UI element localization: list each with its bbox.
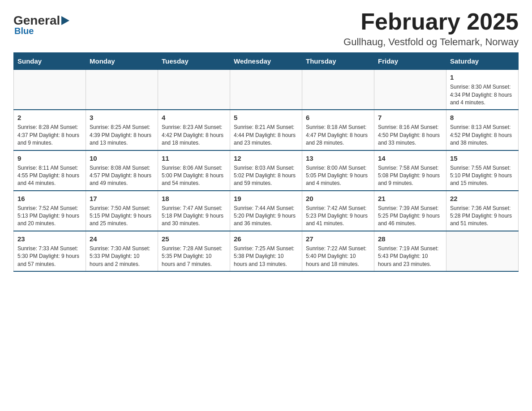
calendar-day-cell: 2Sunrise: 8:28 AM Sunset: 4:37 PM Daylig… bbox=[14, 110, 86, 150]
day-of-week-header: Thursday bbox=[302, 53, 374, 70]
day-number: 12 bbox=[234, 154, 298, 163]
day-number: 8 bbox=[450, 113, 515, 122]
day-info: Sunrise: 8:18 AM Sunset: 4:47 PM Dayligh… bbox=[306, 124, 370, 147]
day-of-week-header: Friday bbox=[374, 53, 446, 70]
calendar-day-cell: 27Sunrise: 7:22 AM Sunset: 5:40 PM Dayli… bbox=[302, 231, 374, 271]
day-number: 9 bbox=[17, 154, 82, 163]
day-info: Sunrise: 7:47 AM Sunset: 5:18 PM Dayligh… bbox=[162, 205, 226, 228]
calendar-day-cell: 12Sunrise: 8:03 AM Sunset: 5:02 PM Dayli… bbox=[230, 150, 302, 191]
day-number: 10 bbox=[90, 154, 154, 163]
logo: General Blue bbox=[13, 13, 71, 36]
day-info: Sunrise: 7:30 AM Sunset: 5:33 PM Dayligh… bbox=[90, 245, 154, 268]
day-info: Sunrise: 7:36 AM Sunset: 5:28 PM Dayligh… bbox=[450, 205, 515, 228]
day-of-week-header: Monday bbox=[86, 53, 158, 70]
day-number: 17 bbox=[90, 194, 154, 203]
day-number: 13 bbox=[306, 154, 370, 163]
calendar-day-cell: 24Sunrise: 7:30 AM Sunset: 5:33 PM Dayli… bbox=[86, 231, 158, 271]
day-number: 11 bbox=[162, 154, 226, 163]
calendar-day-cell: 9Sunrise: 8:11 AM Sunset: 4:55 PM Daylig… bbox=[14, 150, 86, 191]
day-number: 15 bbox=[450, 154, 515, 163]
calendar-week-row: 9Sunrise: 8:11 AM Sunset: 4:55 PM Daylig… bbox=[14, 150, 519, 191]
day-of-week-header: Sunday bbox=[14, 53, 86, 70]
day-of-week-header: Tuesday bbox=[158, 53, 230, 70]
days-of-week-row: SundayMondayTuesdayWednesdayThursdayFrid… bbox=[14, 53, 519, 70]
day-of-week-header: Saturday bbox=[446, 53, 519, 70]
calendar-week-row: 16Sunrise: 7:52 AM Sunset: 5:13 PM Dayli… bbox=[14, 191, 519, 231]
calendar-day-cell: 3Sunrise: 8:25 AM Sunset: 4:39 PM Daylig… bbox=[86, 110, 158, 150]
day-info: Sunrise: 7:22 AM Sunset: 5:40 PM Dayligh… bbox=[306, 245, 370, 268]
day-number: 24 bbox=[90, 234, 154, 244]
calendar-day-cell: 22Sunrise: 7:36 AM Sunset: 5:28 PM Dayli… bbox=[446, 191, 519, 231]
calendar-day-cell: 13Sunrise: 8:00 AM Sunset: 5:05 PM Dayli… bbox=[302, 150, 374, 191]
calendar-day-cell: 10Sunrise: 8:08 AM Sunset: 4:57 PM Dayli… bbox=[86, 150, 158, 191]
day-info: Sunrise: 7:33 AM Sunset: 5:30 PM Dayligh… bbox=[17, 245, 82, 268]
day-info: Sunrise: 8:03 AM Sunset: 5:02 PM Dayligh… bbox=[234, 164, 298, 188]
day-of-week-header: Wednesday bbox=[230, 53, 302, 70]
day-number: 19 bbox=[234, 194, 298, 203]
calendar-day-cell bbox=[14, 70, 86, 110]
calendar-day-cell: 11Sunrise: 8:06 AM Sunset: 5:00 PM Dayli… bbox=[158, 150, 230, 191]
header: General Blue February 2025 Gullhaug, Ves… bbox=[13, 9, 519, 48]
day-number: 21 bbox=[378, 194, 442, 203]
calendar-body: 1Sunrise: 8:30 AM Sunset: 4:34 PM Daylig… bbox=[14, 70, 519, 271]
day-info: Sunrise: 7:52 AM Sunset: 5:13 PM Dayligh… bbox=[17, 205, 82, 228]
calendar-day-cell bbox=[158, 70, 230, 110]
logo-blue-text: Blue bbox=[14, 26, 34, 36]
calendar-day-cell bbox=[446, 231, 519, 271]
day-number: 1 bbox=[450, 73, 515, 82]
calendar-day-cell: 18Sunrise: 7:47 AM Sunset: 5:18 PM Dayli… bbox=[158, 191, 230, 231]
calendar-week-row: 1Sunrise: 8:30 AM Sunset: 4:34 PM Daylig… bbox=[14, 70, 519, 110]
day-info: Sunrise: 7:39 AM Sunset: 5:25 PM Dayligh… bbox=[378, 205, 442, 228]
calendar-day-cell bbox=[86, 70, 158, 110]
calendar-day-cell: 15Sunrise: 7:55 AM Sunset: 5:10 PM Dayli… bbox=[446, 150, 519, 191]
day-info: Sunrise: 8:08 AM Sunset: 4:57 PM Dayligh… bbox=[90, 164, 154, 188]
calendar-day-cell: 23Sunrise: 7:33 AM Sunset: 5:30 PM Dayli… bbox=[14, 231, 86, 271]
day-info: Sunrise: 7:28 AM Sunset: 5:35 PM Dayligh… bbox=[162, 245, 226, 268]
calendar-day-cell: 25Sunrise: 7:28 AM Sunset: 5:35 PM Dayli… bbox=[158, 231, 230, 271]
day-info: Sunrise: 8:21 AM Sunset: 4:44 PM Dayligh… bbox=[234, 124, 298, 147]
day-number: 5 bbox=[234, 113, 298, 122]
calendar-week-row: 2Sunrise: 8:28 AM Sunset: 4:37 PM Daylig… bbox=[14, 110, 519, 150]
day-info: Sunrise: 8:28 AM Sunset: 4:37 PM Dayligh… bbox=[17, 124, 82, 147]
day-info: Sunrise: 8:30 AM Sunset: 4:34 PM Dayligh… bbox=[450, 83, 515, 107]
day-info: Sunrise: 8:11 AM Sunset: 4:55 PM Dayligh… bbox=[17, 164, 82, 188]
day-info: Sunrise: 7:58 AM Sunset: 5:08 PM Dayligh… bbox=[378, 164, 442, 188]
day-info: Sunrise: 8:00 AM Sunset: 5:05 PM Dayligh… bbox=[306, 164, 370, 188]
day-info: Sunrise: 8:25 AM Sunset: 4:39 PM Dayligh… bbox=[90, 124, 154, 147]
day-info: Sunrise: 8:16 AM Sunset: 4:50 PM Dayligh… bbox=[378, 124, 442, 147]
calendar-day-cell: 20Sunrise: 7:42 AM Sunset: 5:23 PM Dayli… bbox=[302, 191, 374, 231]
calendar-day-cell: 26Sunrise: 7:25 AM Sunset: 5:38 PM Dayli… bbox=[230, 231, 302, 271]
day-info: Sunrise: 7:19 AM Sunset: 5:43 PM Dayligh… bbox=[378, 245, 442, 268]
calendar-day-cell: 28Sunrise: 7:19 AM Sunset: 5:43 PM Dayli… bbox=[374, 231, 446, 271]
day-number: 22 bbox=[450, 194, 515, 203]
logo-triangle-icon bbox=[61, 16, 69, 25]
day-info: Sunrise: 7:50 AM Sunset: 5:15 PM Dayligh… bbox=[90, 205, 154, 228]
calendar-day-cell: 14Sunrise: 7:58 AM Sunset: 5:08 PM Dayli… bbox=[374, 150, 446, 191]
calendar-week-row: 23Sunrise: 7:33 AM Sunset: 5:30 PM Dayli… bbox=[14, 231, 519, 271]
day-info: Sunrise: 7:44 AM Sunset: 5:20 PM Dayligh… bbox=[234, 205, 298, 228]
day-info: Sunrise: 7:25 AM Sunset: 5:38 PM Dayligh… bbox=[234, 245, 298, 268]
day-number: 16 bbox=[17, 194, 82, 203]
calendar-day-cell: 5Sunrise: 8:21 AM Sunset: 4:44 PM Daylig… bbox=[230, 110, 302, 150]
day-number: 28 bbox=[378, 234, 442, 244]
day-number: 7 bbox=[378, 113, 442, 122]
calendar-day-cell: 8Sunrise: 8:13 AM Sunset: 4:52 PM Daylig… bbox=[446, 110, 519, 150]
day-info: Sunrise: 7:42 AM Sunset: 5:23 PM Dayligh… bbox=[306, 205, 370, 228]
calendar-day-cell: 17Sunrise: 7:50 AM Sunset: 5:15 PM Dayli… bbox=[86, 191, 158, 231]
day-number: 14 bbox=[378, 154, 442, 163]
calendar-table: SundayMondayTuesdayWednesdayThursdayFrid… bbox=[13, 52, 519, 272]
calendar-day-cell bbox=[302, 70, 374, 110]
day-info: Sunrise: 7:55 AM Sunset: 5:10 PM Dayligh… bbox=[450, 164, 515, 188]
title-area: February 2025 Gullhaug, Vestfold og Tele… bbox=[343, 9, 519, 48]
day-info: Sunrise: 8:13 AM Sunset: 4:52 PM Dayligh… bbox=[450, 124, 515, 147]
calendar-header: SundayMondayTuesdayWednesdayThursdayFrid… bbox=[14, 53, 519, 70]
subtitle: Gullhaug, Vestfold og Telemark, Norway bbox=[343, 36, 519, 48]
day-number: 23 bbox=[17, 234, 82, 244]
calendar-day-cell: 1Sunrise: 8:30 AM Sunset: 4:34 PM Daylig… bbox=[446, 70, 519, 110]
day-number: 25 bbox=[162, 234, 226, 244]
day-number: 20 bbox=[306, 194, 370, 203]
day-info: Sunrise: 8:23 AM Sunset: 4:42 PM Dayligh… bbox=[162, 124, 226, 147]
day-number: 18 bbox=[162, 194, 226, 203]
calendar-day-cell: 21Sunrise: 7:39 AM Sunset: 5:25 PM Dayli… bbox=[374, 191, 446, 231]
calendar-day-cell: 6Sunrise: 8:18 AM Sunset: 4:47 PM Daylig… bbox=[302, 110, 374, 150]
